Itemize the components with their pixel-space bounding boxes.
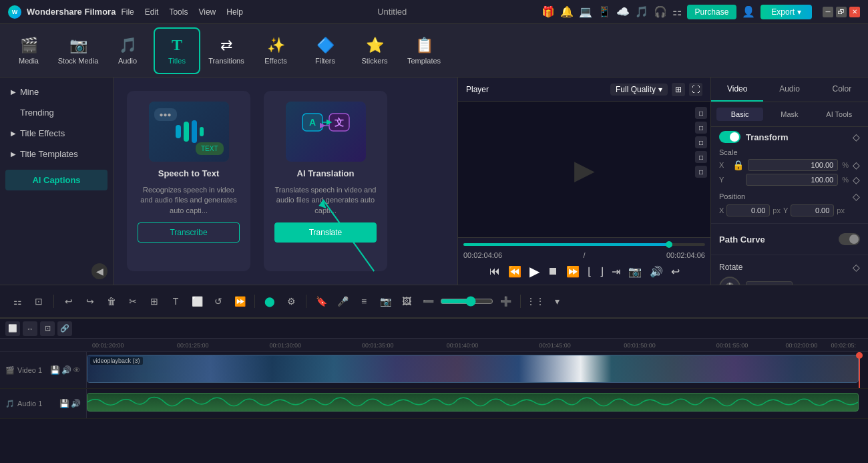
crop-button-2[interactable]: ⊡ (29, 292, 48, 311)
sidebar-item-title-templates[interactable]: ▶ Title Templates (0, 144, 113, 164)
account-icon[interactable]: 👤 (742, 5, 755, 18)
position-keyframe[interactable]: ◇ (853, 191, 860, 202)
menu-file[interactable]: File (121, 7, 134, 17)
purchase-button[interactable]: Purchase (687, 5, 737, 19)
mic-button[interactable]: 🎤 (333, 292, 352, 311)
music-icon[interactable]: 🎵 (635, 5, 648, 18)
scale-x-keyframe[interactable]: ◇ (853, 160, 860, 170)
marker-button[interactable]: 🔖 (312, 292, 331, 311)
monitor-icon[interactable]: 💻 (579, 5, 592, 18)
pos-x-input[interactable] (726, 204, 770, 216)
maximize-button[interactable]: 🗗 (836, 7, 847, 17)
settings-button[interactable]: ⚙ (282, 292, 300, 311)
export-button[interactable]: Export ▾ (761, 5, 812, 19)
video-hide-icon[interactable]: 👁 (73, 365, 81, 375)
menu-help[interactable]: Help (226, 7, 243, 17)
more-tools-button[interactable]: ⏩ (230, 292, 249, 311)
rotate-input[interactable] (746, 281, 793, 285)
tab-player[interactable]: Player (466, 85, 489, 94)
transcribe-button[interactable]: Transcribe (138, 222, 240, 243)
cut-button[interactable]: ✂ (124, 292, 142, 311)
timeline-tool-1[interactable]: ⬜ (5, 321, 20, 336)
more-button[interactable]: ↩ (671, 265, 680, 278)
tool-audio[interactable]: 🎵 Audio (104, 27, 151, 74)
transform-toggle[interactable] (719, 131, 740, 143)
play-button[interactable]: ▶ (529, 263, 539, 279)
record-button[interactable]: ⬤ (260, 292, 279, 311)
mark-out-button[interactable]: ⌋ (600, 265, 604, 278)
text-tool-button[interactable]: T (166, 292, 185, 311)
tool-templates[interactable]: 📋 Templates (401, 27, 447, 74)
sidebar-item-mine[interactable]: ▶ Mine (0, 82, 113, 102)
video-save-icon[interactable]: 💾 (50, 365, 60, 375)
zoom-out-button[interactable]: ➖ (419, 292, 437, 311)
tab-audio[interactable]: Audio (763, 78, 815, 102)
sub-tab-mask[interactable]: Mask (766, 108, 813, 121)
crop-tool-button[interactable]: ⊞ (145, 292, 164, 311)
side-btn-1[interactable]: □ (695, 107, 707, 119)
more-options-button[interactable]: ▾ (548, 292, 566, 311)
tool-stock-media[interactable]: 📷 Stock Media (55, 27, 101, 74)
scale-y-input[interactable] (746, 174, 838, 186)
progress-bar[interactable] (463, 243, 705, 246)
camera-button[interactable]: 📷 (376, 292, 395, 311)
timeline-tool-2[interactable]: ↔ (23, 321, 37, 336)
side-btn-4[interactable]: □ (695, 151, 707, 163)
sidebar-item-title-effects[interactable]: ▶ Title Effects (0, 123, 113, 144)
headphone-icon[interactable]: 🎧 (654, 5, 667, 18)
scale-y-keyframe[interactable]: ◇ (853, 174, 860, 185)
volume-button[interactable]: 🔊 (650, 265, 663, 278)
close-button[interactable]: ✕ (849, 7, 860, 17)
audio-clip[interactable] (87, 393, 859, 412)
pos-y-input[interactable] (791, 204, 834, 216)
list-button[interactable]: ≡ (355, 292, 373, 311)
tool-transitions[interactable]: ⇄ Transitions (203, 27, 250, 74)
tool-filters[interactable]: 🔷 Filters (302, 27, 349, 74)
stop-button[interactable]: ⏹ (548, 265, 558, 277)
translate-button[interactable]: Translate (274, 222, 377, 243)
transform-keyframe-icon[interactable]: ◇ (853, 132, 860, 142)
side-btn-3[interactable]: □ (695, 136, 707, 148)
phone-icon[interactable]: 📱 (598, 5, 611, 18)
tool-titles[interactable]: T Titles (154, 27, 200, 74)
tool-effects[interactable]: ✨ Effects (252, 27, 299, 74)
step-back-button[interactable]: ⏪ (508, 265, 521, 278)
menu-view[interactable]: View (198, 7, 216, 17)
step-forward-button[interactable]: ⏩ (566, 265, 580, 278)
timeline-tool-4[interactable]: 🔗 (57, 321, 72, 336)
side-btn-2[interactable]: □ (695, 122, 707, 134)
video-clip[interactable]: videoplayback (3) (87, 355, 859, 383)
minimize-button[interactable]: ─ (823, 7, 833, 17)
video-mute-icon[interactable]: 🔊 (61, 365, 71, 375)
tool-media[interactable]: 🎬 Media (5, 27, 52, 74)
sub-tab-basic[interactable]: Basic (716, 108, 763, 121)
rotate-wheel[interactable] (719, 277, 740, 285)
apps-icon[interactable]: ⚏ (672, 5, 682, 18)
rotate-tool-button[interactable]: ↺ (209, 292, 228, 311)
scene-detect-button[interactable]: ⚏ (8, 292, 27, 311)
split-button[interactable]: ⇥ (612, 265, 620, 278)
side-btn-5[interactable]: □ (695, 166, 707, 178)
cloud-icon[interactable]: ☁️ (616, 5, 630, 18)
mark-button[interactable]: ⬜ (188, 292, 206, 311)
quality-selector[interactable]: Full Quality ▾ (610, 84, 668, 96)
redo-button[interactable]: ↪ (81, 292, 99, 311)
notify-icon[interactable]: 🔔 (560, 5, 574, 18)
image-button[interactable]: 🖼 (397, 292, 416, 311)
rotate-keyframe[interactable]: ◇ (853, 262, 860, 273)
audio-save-icon[interactable]: 💾 (59, 399, 69, 408)
grid-button[interactable]: ⋮⋮ (526, 292, 545, 311)
tab-video[interactable]: Video (711, 78, 763, 102)
scale-x-input[interactable] (748, 159, 838, 171)
snapshot-button[interactable]: 📷 (628, 265, 642, 278)
menu-edit[interactable]: Edit (145, 7, 159, 17)
gift-icon[interactable]: 🎁 (541, 5, 555, 18)
menu-tools[interactable]: Tools (169, 7, 188, 17)
timeline-tool-3[interactable]: ⊡ (40, 321, 55, 336)
sidebar-item-trending[interactable]: Trending (0, 102, 113, 123)
delete-button[interactable]: 🗑 (102, 292, 121, 311)
lock-icon[interactable]: 🔒 (732, 160, 744, 170)
zoom-in-button[interactable]: ➕ (496, 292, 515, 311)
zoom-slider[interactable] (440, 296, 493, 307)
collapse-panel-button[interactable]: ◀ (91, 263, 107, 279)
